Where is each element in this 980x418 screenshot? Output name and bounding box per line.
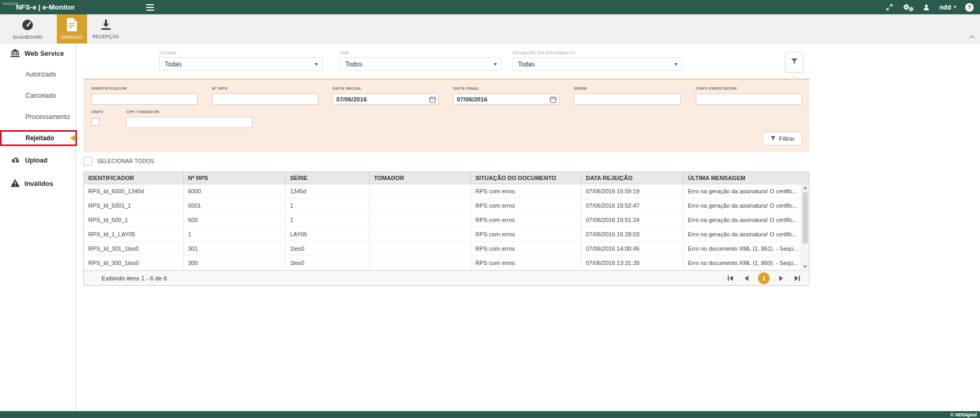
sidebar-item-invalidos[interactable]: Inválidos	[0, 172, 75, 195]
data-inicial-group: DATA INICIAL	[333, 86, 439, 105]
sidebar-item-label: Cancelado	[25, 92, 56, 99]
data-final-input[interactable]	[453, 93, 559, 105]
next-page-icon[interactable]	[778, 275, 785, 282]
sidebar-item-rejeitado[interactable]: Rejeitado	[0, 127, 75, 149]
first-page-icon[interactable]	[726, 275, 735, 282]
ndd-logo: nddigital	[2, 2, 19, 5]
items-count-label: Exibindo itens 1 - 6 de 6	[101, 275, 167, 281]
cnpj-checkbox[interactable]	[91, 118, 99, 126]
situacao-select[interactable]: Todas ▾	[513, 57, 683, 71]
nrps-input[interactable]	[212, 93, 318, 105]
cell-identificador: RPS_Id_301_1tes0	[84, 242, 184, 255]
header-ultima-mensagem[interactable]: ÚLTIMA MENSAGEM	[684, 172, 809, 184]
cnpj-prestador-input[interactable]	[696, 93, 802, 105]
situacao-label: SITUAÇÃO DO DOCUMENTO	[513, 50, 683, 55]
scroll-up-icon[interactable]	[802, 184, 809, 191]
sidebar-item-label: Web Service	[24, 50, 64, 57]
identificador-label: IDENTIFICADOR	[91, 86, 198, 91]
cell-tomador	[370, 242, 471, 255]
cell-nrps: 300	[184, 256, 286, 270]
calendar-icon[interactable]	[550, 96, 557, 105]
scroll-down-icon[interactable]	[802, 263, 809, 270]
cell-situacao: RPS com erros	[471, 242, 582, 255]
identificador-group: IDENTIFICADOR	[91, 86, 198, 105]
filter-toggle-button[interactable]	[785, 52, 804, 72]
select-all-checkbox[interactable]	[83, 157, 92, 166]
warning-triangle-icon	[11, 179, 20, 189]
settings-gears-icon[interactable]	[902, 3, 914, 12]
caret-down-icon: ▾	[675, 61, 677, 67]
nrps-group: N° RPS	[212, 86, 318, 105]
sidebar-item-label: Upload	[25, 157, 47, 164]
cell-identificador: RPS_Id_6000_1345d	[84, 184, 184, 198]
sidebar-item-web-service[interactable]: Web Service	[0, 44, 75, 64]
caret-down-icon: ▾	[953, 5, 956, 10]
topbar-actions: ndd ▾ ?	[885, 0, 974, 14]
topbar: nddigital NFS-e | e-Monitor	[0, 0, 980, 14]
app-title: NFS-e | e-Monitor	[16, 3, 75, 11]
header-identificador[interactable]: IDENTIFICADOR	[84, 172, 184, 184]
tab-dashboard[interactable]: DASHBOARD	[12, 14, 44, 44]
table-row[interactable]: RPS_Id_500_1 500 1 RPS com erros 07/06/2…	[84, 213, 801, 227]
current-page-button[interactable]: 1	[758, 272, 770, 284]
sidebar-item-cancelado[interactable]: Cancelado	[0, 85, 75, 106]
main-content: CIDADE Todas ▾ JOB Todos ▾ SITUAÇÃO DO D…	[76, 44, 980, 411]
sidebar-item-upload[interactable]: Upload	[0, 149, 75, 172]
job-label: JOB	[340, 50, 502, 55]
sidebar-item-autorizado[interactable]: Autorizado	[0, 64, 75, 85]
cell-tomador	[370, 184, 471, 198]
download-icon	[100, 19, 112, 32]
data-inicial-input[interactable]	[333, 93, 439, 105]
cpf-tomador-input[interactable]	[126, 117, 252, 128]
tab-recepcao-label: RECEPÇÃO	[92, 34, 118, 39]
table-row[interactable]: RPS_Id_5001_1 5001 1 RPS com erros 07/06…	[84, 199, 801, 213]
scrollbar-thumb[interactable]	[803, 192, 808, 244]
job-selected-value: Todos	[345, 61, 362, 68]
serie-input[interactable]	[574, 93, 681, 105]
header-data-rejeicao[interactable]: DATA REJEIÇÃO	[582, 172, 684, 184]
active-item-arrow-icon	[70, 135, 75, 141]
vertical-scrollbar[interactable]	[801, 184, 809, 270]
cell-nrps: 301	[184, 242, 286, 255]
cell-serie: LAY05	[286, 227, 370, 241]
sidebar-item-processamento[interactable]: Processamento	[0, 106, 75, 127]
cidade-filter-group: CIDADE Todas ▾	[159, 50, 323, 71]
table-row[interactable]: RPS_Id_301_1tes0 301 1tes0 RPS com erros…	[84, 242, 801, 256]
module-toolbar: DASHBOARD EMISSÃO RECEPÇÃO	[0, 14, 980, 44]
menu-hamburger-icon[interactable]	[144, 2, 156, 13]
cell-tomador	[370, 256, 471, 270]
table-row[interactable]: RPS_Id_6000_1345d 6000 1345d RPS com err…	[84, 184, 801, 199]
caret-down-icon: ▾	[494, 61, 497, 67]
filtrar-button[interactable]: Filtrar	[763, 132, 802, 146]
cnpj-group: CNPJ	[91, 109, 113, 128]
cell-identificador: RPS_Id_1_LAY05	[84, 227, 184, 241]
cell-data-rejeicao: 07/06/2016 16:28:03	[582, 227, 684, 241]
cell-situacao: RPS com erros	[471, 256, 582, 270]
collapse-toolbar-icon[interactable]	[969, 31, 975, 41]
user-icon[interactable]	[923, 4, 930, 11]
tab-recepcao[interactable]: RECEPÇÃO	[89, 14, 123, 44]
header-tomador[interactable]: TOMADOR	[370, 172, 471, 184]
identificador-input[interactable]	[91, 93, 198, 105]
tab-emissao[interactable]: EMISSÃO	[57, 14, 87, 44]
user-menu[interactable]: ndd ▾	[939, 4, 956, 11]
cnpj-label: CNPJ	[91, 109, 113, 114]
header-situacao[interactable]: SITUAÇÃO DO DOCUMENTO	[471, 172, 582, 184]
last-page-icon[interactable]	[793, 275, 802, 282]
cell-situacao: RPS com erros	[471, 227, 582, 241]
cell-mensagem: Erro na geração da assinatura! O certifi…	[684, 184, 801, 198]
help-icon[interactable]: ?	[965, 3, 974, 12]
job-select[interactable]: Todos ▾	[340, 57, 502, 71]
filtrar-button-label: Filtrar	[779, 135, 795, 142]
serie-label: SÉRIE	[574, 86, 681, 91]
calendar-icon[interactable]	[429, 96, 436, 105]
page-footer: © NDDigital	[0, 411, 980, 418]
header-serie[interactable]: SÉRIE	[286, 172, 370, 184]
cell-mensagem: Erro na geração da assinatura! O certifi…	[684, 213, 801, 227]
fullscreen-icon[interactable]	[885, 3, 893, 11]
table-row[interactable]: RPS_Id_300_1tes0 300 1tes0 RPS com erros…	[84, 256, 801, 270]
header-nrps[interactable]: Nº RPS	[184, 172, 286, 184]
table-row[interactable]: RPS_Id_1_LAY05 1 LAY05 RPS com erros 07/…	[84, 227, 801, 242]
cidade-select[interactable]: Todas ▾	[159, 57, 323, 71]
previous-page-icon[interactable]	[743, 275, 750, 282]
